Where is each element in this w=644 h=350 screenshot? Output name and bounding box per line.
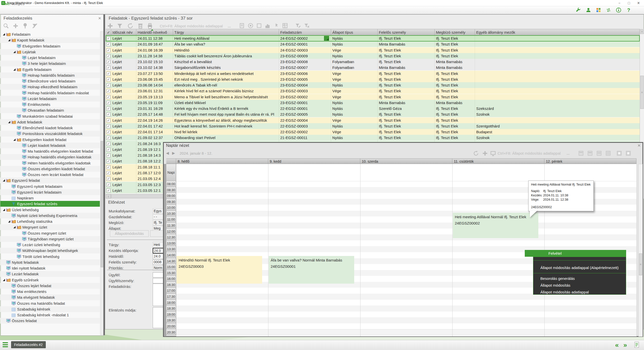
calendar-more-icon[interactable]: ...: [567, 151, 570, 155]
calendar-next-icon[interactable]: ▶: [172, 151, 175, 155]
sidebar-item-46[interactable]: Ma elvégzett feladatok: [0, 294, 100, 300]
row-checkbox-cell[interactable]: ✓: [106, 188, 111, 194]
expand-arrow-icon[interactable]: [3, 179, 5, 182]
add-icon[interactable]: [107, 23, 113, 30]
expand-arrow-icon[interactable]: [13, 139, 16, 141]
row-checkbox-cell[interactable]: ✓: [106, 59, 111, 65]
expand-arrow-icon[interactable]: [3, 279, 5, 281]
document-icon[interactable]: [634, 342, 639, 349]
expand-arrow-icon[interactable]: [8, 39, 10, 41]
view-workweek-icon[interactable]: [597, 151, 601, 157]
close-button[interactable]: ✕: [634, 0, 643, 6]
row-checkbox[interactable]: ✓: [106, 171, 110, 175]
row-checkbox[interactable]: ✓: [106, 89, 110, 93]
sidebar-item-47[interactable]: Összes ma határidős feladat: [0, 300, 100, 306]
expand-arrow-icon[interactable]: [3, 33, 5, 35]
sidebar-item-32[interactable]: Nyitott üzleti lehetőség Experimetria: [0, 213, 100, 218]
row-checkbox-cell[interactable]: ✓: [106, 152, 111, 158]
row-checkbox-cell[interactable]: ✓: [106, 141, 111, 147]
row-checkbox-cell[interactable]: ✓: [106, 53, 111, 59]
day-header-2[interactable]: 9. kedd: [268, 158, 360, 164]
day-header-3[interactable]: 10. szerda: [360, 158, 452, 164]
sidebar-scrollbar[interactable]: [100, 31, 104, 335]
esc-action-label[interactable]: Kilépés: [12, 2, 24, 6]
search-icon[interactable]: [3, 23, 9, 30]
row-status-dropdown-button[interactable]: [324, 36, 329, 41]
filter-off-icon[interactable]: [32, 23, 38, 30]
page-prev-icon[interactable]: «: [615, 340, 619, 350]
column-header-subject[interactable]: Tárgy: [173, 29, 279, 35]
user-icon[interactable]: [586, 7, 591, 14]
scroll-thumb[interactable]: ≡: [640, 76, 644, 109]
row-checkbox[interactable]: ✓: [106, 77, 110, 81]
sidebar-item-10[interactable]: Holnap elkezdhető feladataim: [0, 84, 100, 90]
sidebar-item-37[interactable]: Lezárt üzleti lehetőség: [0, 242, 100, 248]
day-header-4[interactable]: 11. csütörtök: [452, 158, 544, 164]
print-icon[interactable]: [147, 23, 153, 30]
filter-icon[interactable]: [116, 23, 123, 30]
row-checkbox-cell[interactable]: ✓: [106, 135, 111, 141]
sidebar-close-icon[interactable]: ✕: [98, 16, 101, 21]
wrench-icon[interactable]: [576, 7, 581, 14]
column-header-extra[interactable]: Egyéb állomány mezők: [475, 29, 640, 35]
row-checkbox-cell[interactable]: ✓: [106, 129, 111, 135]
filter-edit-icon[interactable]: [295, 23, 301, 30]
menu-item-default[interactable]: Állapot módosítás adatlappal (Alapértelm…: [533, 262, 626, 273]
sidebar-item-17[interactable]: Ellenőrizhető kiadott feladatok: [0, 125, 100, 131]
sidebar-item-33[interactable]: Lehetőség statisztika: [0, 218, 100, 224]
sidebar-item-8[interactable]: Holnap határidős feladataim: [0, 72, 100, 78]
sidebar-item-31[interactable]: Üzleti lehetőség: [0, 207, 100, 213]
column-header-number[interactable]: Feladatszám: [279, 29, 331, 35]
row-checkbox[interactable]: ✓: [106, 42, 110, 46]
row-checkbox[interactable]: ✓: [106, 136, 110, 140]
sidebar-item-23[interactable]: Héten határidős elvégzetlen kiadottak: [0, 160, 100, 166]
menu-item-3[interactable]: Állapot módosítás adatlappal: [533, 289, 626, 295]
sidebar-item-49[interactable]: Szabadság kérések -másolat 1: [0, 312, 100, 318]
row-checkbox[interactable]: ✓: [106, 142, 110, 146]
sidebar-item-50[interactable]: Összes feladat: [0, 318, 100, 324]
sidebar-item-40[interactable]: Nyitott feladatok: [0, 259, 100, 265]
sidebar-item-45[interactable]: Mai emlékeztetés: [0, 289, 100, 294]
tree-icon[interactable]: [22, 23, 28, 30]
row-checkbox-cell[interactable]: ✓: [106, 100, 111, 106]
sidebar-item-44[interactable]: Összes lejárt feladat: [0, 283, 100, 289]
sidebar-item-19[interactable]: Elvégzetlen kiadott feladat: [0, 137, 100, 143]
row-checkbox-cell[interactable]: ✓: [106, 82, 111, 88]
sidebar-item-42[interactable]: Lezárt feladatok: [0, 271, 100, 277]
workspace-tab[interactable]: Feladatkezelés #2: [11, 341, 46, 348]
sidebar-item-30[interactable]: Egyszerű feladat szűrés: [0, 201, 100, 207]
view-timeline-icon[interactable]: [617, 151, 622, 157]
screen-icon[interactable]: [490, 150, 496, 157]
row-checkbox-cell[interactable]: ✓: [106, 71, 111, 77]
row-checkbox[interactable]: ✓: [106, 60, 110, 64]
row-checkbox[interactable]: ✓: [106, 72, 110, 76]
expand-arrow-icon[interactable]: [3, 209, 5, 211]
sidebar-item-36[interactable]: Tárgyhóban megnyert üzlet: [0, 236, 100, 242]
more-icon[interactable]: ...: [228, 24, 231, 28]
row-checkbox-cell[interactable]: ✓: [106, 35, 111, 41]
row-checkbox-cell[interactable]: ✓: [106, 106, 111, 112]
sidebar-item-26[interactable]: Egyszerű feladat: [0, 178, 100, 183]
scroll-left-icon[interactable]: ‹: [106, 194, 111, 198]
sidebar-item-39[interactable]: Törölt üzleti lehetőség: [0, 254, 100, 259]
row-checkbox[interactable]: ✓: [106, 54, 110, 58]
sidebar-item-21[interactable]: Ma határidős elvégzelen kiadott feladat: [0, 148, 100, 154]
sidebar-item-4[interactable]: Lejártak: [0, 49, 100, 55]
sidebar-item-1[interactable]: Feladataim: [0, 31, 100, 37]
calendar-event-24EGSZ00001[interactable]: Áfa be van vallva? Normál Minta Barnabás…: [269, 256, 354, 284]
sidebar-item-29[interactable]: Naptáram: [0, 195, 100, 201]
help-icon[interactable]: ?: [626, 7, 631, 14]
status-change-button[interactable]: Állapotmódosítás: [110, 230, 149, 237]
sidebar-item-14[interactable]: Olvasatlan feladataim: [0, 107, 100, 113]
row-checkbox[interactable]: ✓: [106, 130, 110, 134]
sidebar-item-5[interactable]: Lejárt feladataim: [0, 55, 100, 61]
excel-icon[interactable]: x: [282, 23, 288, 30]
expand-arrow-icon[interactable]: [13, 226, 16, 228]
sidebar-item-43[interactable]: Egyéb szűrések: [0, 277, 100, 283]
sidebar-item-22[interactable]: Holnap határidős elvégzelen kiadottak: [0, 154, 100, 160]
expand-arrow-icon[interactable]: [13, 51, 16, 53]
day-header-1[interactable]: 8. hétfő: [176, 158, 268, 164]
row-checkbox[interactable]: ✓: [106, 48, 110, 52]
sidebar-item-38[interactable]: Múlthónapban bejött lehetőségek: [0, 248, 100, 253]
row-checkbox-cell[interactable]: ✓: [106, 76, 111, 82]
